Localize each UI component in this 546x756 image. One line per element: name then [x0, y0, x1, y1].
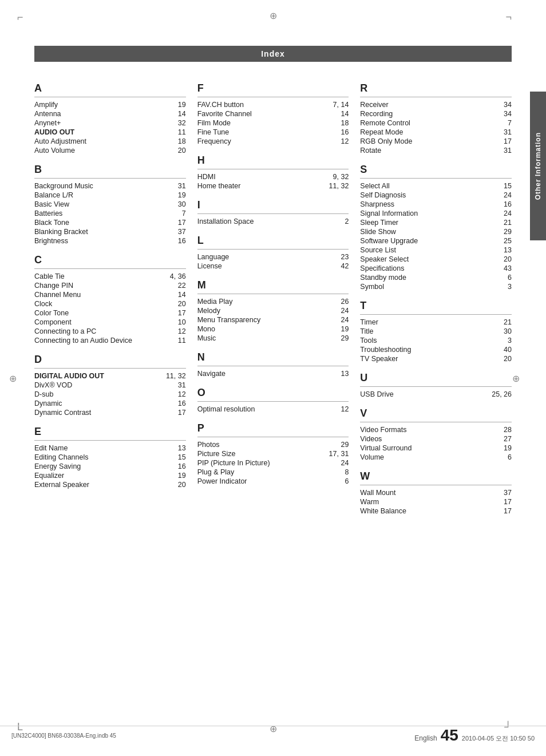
index-entry: Auto Adjustment18	[34, 137, 186, 145]
entry-page: 31	[489, 128, 512, 136]
entry-page: 21	[489, 318, 512, 326]
entry-page: 18	[163, 137, 186, 145]
index-entry: Speaker Select20	[360, 255, 512, 263]
index-entry: Color Tone17	[34, 309, 186, 317]
index-entry: Melody24	[197, 307, 349, 315]
entry-page: 37	[163, 228, 186, 236]
entry-page: 17	[489, 498, 512, 506]
index-entry: Standby mode6	[360, 274, 512, 282]
entry-name: Blanking Bracket	[34, 228, 163, 236]
section-divider-W	[360, 485, 512, 485]
entry-page: 19	[163, 191, 186, 199]
entry-name: Energy Saving	[34, 462, 163, 470]
page-container: ⌐ ¬ L ┘ ⊕ ⊕ ⊕ ⊕ Other Information Index …	[0, 0, 546, 756]
entry-name: Optimal resolution	[197, 405, 326, 413]
entry-name: Balance L/R	[34, 191, 163, 199]
entry-page: 26	[326, 298, 349, 306]
index-entry: Music29	[197, 334, 349, 342]
crosshair-right: ⊕	[512, 373, 520, 383]
entry-page: 28	[489, 426, 512, 434]
footer-right: English 45 2010-04-05 오전 10:50 50	[414, 726, 535, 745]
index-entry: Recording34	[360, 110, 512, 118]
entry-page: 29	[489, 228, 512, 236]
entry-name: Edit Name	[34, 444, 163, 452]
index-entry: Specifications43	[360, 264, 512, 272]
index-entry: Anynet+32	[34, 119, 186, 127]
index-entry: Title30	[360, 327, 512, 335]
entry-name: Photos	[197, 441, 326, 449]
index-entry: Home theater11, 32	[197, 182, 349, 190]
entry-name: Picture Size	[197, 450, 326, 458]
entry-page: 42	[326, 262, 349, 270]
index-entry: Blanking Bracket37	[34, 228, 186, 236]
entry-page: 20	[489, 255, 512, 263]
entry-page: 13	[163, 444, 186, 452]
entry-name: Brightness	[34, 237, 163, 245]
entry-page: 20	[163, 481, 186, 489]
index-entry: PIP (Picture In Picture)24	[197, 459, 349, 467]
index-entry: Self Diagnosis24	[360, 191, 512, 199]
entry-name: Rotate	[360, 147, 489, 155]
entry-page: 6	[489, 453, 512, 461]
entry-name: Title	[360, 327, 489, 335]
index-entry: Antenna14	[34, 110, 186, 118]
corner-mark-tr: ¬	[505, 11, 512, 23]
index-entry: Installation Space2	[197, 217, 349, 225]
entry-name: Amplify	[34, 101, 163, 109]
content-area: AAmplify19Antenna14Anynet+32AUDIO OUT11A…	[34, 73, 512, 516]
entry-page: 7	[163, 209, 186, 217]
entry-page: 11	[163, 337, 186, 345]
entry-name: Signal Information	[360, 209, 489, 217]
entry-name: Video Formats	[360, 426, 489, 434]
index-entry: License42	[197, 262, 349, 270]
index-entry: Basic View30	[34, 200, 186, 208]
index-header: Index	[34, 46, 512, 62]
entry-name: Black Tone	[34, 219, 163, 227]
entry-page: 17	[163, 409, 186, 417]
entry-name: AUDIO OUT	[34, 128, 163, 136]
index-entry: Photos29	[197, 441, 349, 449]
section-letter-T: T	[360, 300, 512, 312]
entry-name: Batteries	[34, 209, 163, 217]
entry-page: 20	[163, 300, 186, 308]
entry-name: Favorite Channel	[197, 110, 326, 118]
entry-page: 24	[326, 307, 349, 315]
entry-name: Videos	[360, 435, 489, 443]
entry-name: Navigate	[197, 370, 326, 378]
section-divider-F	[197, 97, 349, 97]
entry-name: Power Indicator	[197, 477, 326, 485]
entry-page: 17	[489, 507, 512, 515]
section-letter-S: S	[360, 164, 512, 176]
entry-name: Select All	[360, 182, 489, 190]
entry-page: 22	[163, 282, 186, 290]
index-entry: DivX® VOD31	[34, 381, 186, 389]
index-entry: Source List13	[360, 246, 512, 254]
entry-name: TV Speaker	[360, 355, 489, 363]
section-divider-T	[360, 314, 512, 315]
side-tab: Other Information	[530, 92, 546, 240]
entry-page: 31	[163, 381, 186, 389]
entry-name: White Balance	[360, 507, 489, 515]
entry-name: Standby mode	[360, 274, 489, 282]
corner-mark-tl: ⌐	[17, 11, 23, 23]
entry-page: 14	[163, 291, 186, 299]
index-entry: TV Speaker20	[360, 355, 512, 363]
section-letter-V: V	[360, 407, 512, 419]
entry-name: Troubleshooting	[360, 346, 489, 354]
entry-page: 8	[326, 468, 349, 476]
index-entry: Energy Saving16	[34, 462, 186, 470]
section-divider-O	[197, 401, 349, 402]
entry-page: 9, 32	[326, 173, 349, 181]
footer-english-label: English	[414, 734, 437, 742]
entry-page: 6	[489, 274, 512, 282]
index-entry: Brightness16	[34, 237, 186, 245]
entry-page: 3	[489, 337, 512, 345]
section-letter-O: O	[197, 387, 349, 399]
entry-page: 34	[489, 101, 512, 109]
entry-name: FAV.CH button	[197, 101, 326, 109]
entry-page: 43	[489, 264, 512, 272]
entry-page: 16	[326, 128, 349, 136]
index-entry: HDMI9, 32	[197, 173, 349, 181]
entry-page: 12	[326, 405, 349, 413]
side-tab-label: Other Information	[534, 132, 542, 200]
